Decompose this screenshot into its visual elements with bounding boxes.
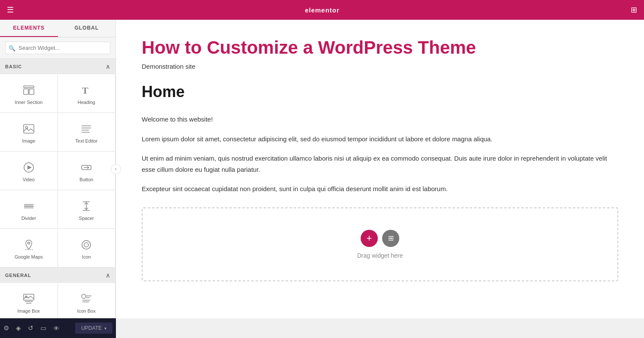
chevron-down-icon: ∧ — [106, 63, 110, 70]
update-button[interactable]: UPDATE ▾ — [75, 323, 112, 334]
sidebar-collapse-button[interactable]: ‹ — [111, 164, 121, 174]
tab-elements[interactable]: ELEMENTS — [0, 20, 58, 37]
widget-text-editor-label: Text Editor — [75, 138, 97, 143]
widget-inner-section[interactable]: Inner Section — [0, 74, 58, 113]
site-subtitle: Demonstration site — [142, 63, 618, 70]
google-maps-icon — [23, 239, 35, 251]
tab-global[interactable]: GLOBAL — [58, 20, 116, 37]
sidebar-search: 🔍 — [0, 37, 115, 59]
svg-point-20 — [27, 242, 30, 244]
button-icon — [80, 161, 92, 174]
elementor-logo: elementor — [305, 6, 340, 14]
svg-point-27 — [82, 294, 86, 298]
image-icon — [23, 123, 35, 135]
basic-widget-grid: Inner Section T Heading — [0, 74, 115, 268]
add-widget-button[interactable]: + — [361, 230, 378, 247]
sidebar: ELEMENTS GLOBAL 🔍 BASIC ∧ — [0, 20, 116, 318]
bottom-toolbar-icons: ⚙ ◈ ↺ ▭ 👁 — [3, 324, 60, 332]
widget-button-label: Button — [79, 177, 93, 182]
widget-button[interactable]: Button — [58, 152, 116, 190]
widget-heading-label: Heading — [78, 100, 95, 105]
paragraph-4: Excepteur sint occaecat cupidatat non pr… — [142, 183, 618, 195]
heading-icon: T — [80, 84, 92, 96]
widget-divider[interactable]: Divider — [0, 190, 58, 229]
paragraph-1: Welcome to this website! — [142, 114, 618, 125]
video-icon — [23, 161, 35, 174]
inner-section-icon — [23, 84, 35, 96]
widget-image-box[interactable]: Image Box — [0, 283, 58, 318]
widget-spacer[interactable]: Spacer — [58, 190, 116, 229]
site-title: How to Customize a WordPress Theme — [142, 37, 618, 58]
svg-marker-11 — [27, 165, 32, 170]
chevron-down-icon-general: ∧ — [106, 272, 110, 279]
top-bar: ☰ elementor ⊞ — [0, 0, 644, 20]
icon-widget-icon — [80, 239, 92, 251]
widget-inner-section-label: Inner Section — [15, 100, 43, 105]
svg-rect-1 — [24, 89, 28, 94]
general-widget-grid: Image Box Icon Box — [0, 283, 115, 318]
search-input[interactable] — [5, 42, 110, 54]
svg-point-22 — [84, 243, 88, 247]
icon-box-icon — [80, 293, 92, 305]
update-label: UPDATE — [81, 325, 102, 331]
svg-point-21 — [82, 241, 91, 249]
content-text: Welcome to this website! Lorem ipsum dol… — [142, 114, 618, 195]
main-layout: ELEMENTS GLOBAL 🔍 BASIC ∧ — [0, 20, 644, 318]
search-icon: 🔍 — [9, 45, 15, 51]
svg-rect-4 — [24, 125, 34, 133]
widget-heading[interactable]: T Heading — [58, 74, 116, 113]
sidebar-wrapper: ELEMENTS GLOBAL 🔍 BASIC ∧ — [0, 20, 116, 318]
widget-image-label: Image — [22, 138, 35, 143]
drag-zone[interactable]: + ⊞ Drag widget here — [142, 207, 618, 281]
section-general-label: GENERAL — [5, 273, 31, 278]
widget-image[interactable]: Image — [0, 113, 58, 152]
paragraph-3: Ut enim ad minim veniam, quis nostrud ex… — [142, 153, 618, 175]
responsive-icon[interactable]: ▭ — [40, 324, 46, 332]
widget-video[interactable]: Video — [0, 152, 58, 190]
section-basic-header[interactable]: BASIC ∧ — [0, 59, 115, 74]
settings-icon[interactable]: ⚙ — [3, 324, 9, 332]
text-editor-icon — [80, 123, 92, 135]
widget-image-box-label: Image Box — [17, 308, 40, 314]
app-bottom: ⚙ ◈ ↺ ▭ 👁 UPDATE ▾ — [0, 318, 644, 338]
widget-divider-label: Divider — [21, 216, 36, 221]
divider-icon — [23, 200, 35, 212]
widget-icon-box-label: Icon Box — [77, 308, 96, 314]
paragraph-2: Lorem ipsum dolor sit amet, consectetur … — [142, 134, 618, 145]
update-chevron-icon: ▾ — [104, 326, 106, 331]
widget-google-maps[interactable]: Google Maps — [0, 229, 58, 268]
widget-spacer-label: Spacer — [79, 216, 94, 221]
sidebar-content: BASIC ∧ Inner Section — [0, 59, 115, 318]
svg-text:T: T — [82, 85, 88, 96]
styles-icon[interactable]: ◈ — [16, 324, 21, 332]
grid-widget-button[interactable]: ⊞ — [382, 230, 399, 247]
svg-rect-2 — [29, 89, 34, 94]
hamburger-icon[interactable]: ☰ — [7, 5, 14, 15]
drag-zone-buttons: + ⊞ — [361, 230, 399, 247]
widget-icon[interactable]: Icon — [58, 229, 116, 268]
widget-icon-label: Icon — [82, 254, 91, 259]
sidebar-tabs: ELEMENTS GLOBAL — [0, 20, 115, 37]
spacer-icon — [80, 200, 92, 212]
svg-rect-0 — [24, 86, 34, 88]
widget-google-maps-label: Google Maps — [15, 254, 43, 259]
image-box-icon — [23, 293, 35, 305]
site-header: How to Customize a WordPress Theme Demon… — [142, 37, 618, 70]
page-heading: Home — [142, 83, 618, 101]
widget-video-label: Video — [23, 177, 35, 182]
bottom-toolbar: ⚙ ◈ ↺ ▭ 👁 UPDATE ▾ — [0, 318, 116, 338]
widget-text-editor[interactable]: Text Editor — [58, 113, 116, 152]
content-area: How to Customize a WordPress Theme Demon… — [116, 20, 644, 318]
section-basic-label: BASIC — [5, 64, 22, 69]
section-general-header[interactable]: GENERAL ∧ — [0, 268, 115, 283]
widget-icon-box[interactable]: Icon Box — [58, 283, 116, 318]
history-icon[interactable]: ↺ — [28, 324, 33, 332]
grid-icon[interactable]: ⊞ — [631, 5, 637, 15]
drag-label: Drag widget here — [357, 252, 403, 259]
preview-icon[interactable]: 👁 — [53, 325, 60, 332]
